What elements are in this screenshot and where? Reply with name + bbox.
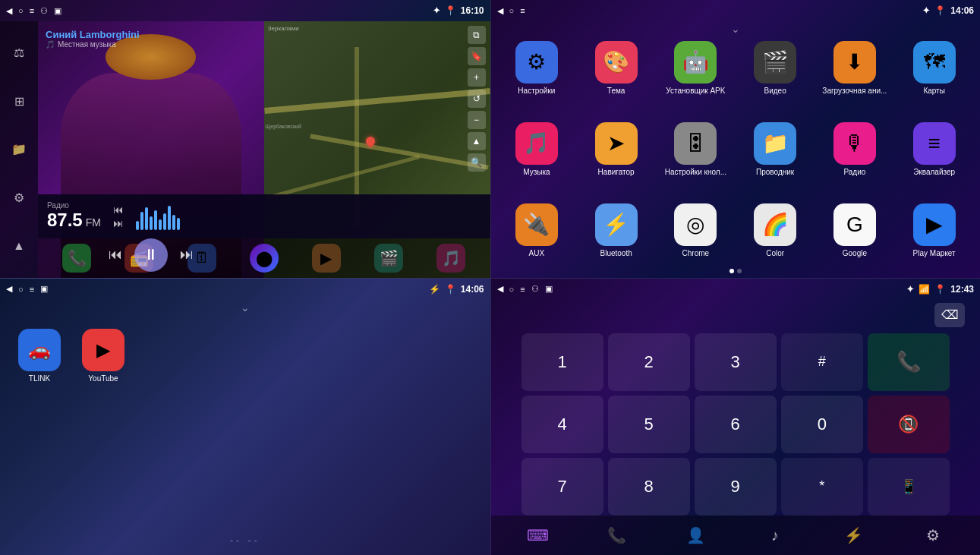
app-knob-settings[interactable]: 🎛 Настройки кнол... <box>657 110 734 188</box>
wave-bar-10 <box>177 218 180 230</box>
app-apk-icon: 🤖 <box>674 41 717 84</box>
app-google[interactable]: G Google <box>817 191 893 270</box>
dialer-bottom-nav: ⌨ 📞 👤 ♪ ⚡ ⚙ <box>491 516 981 555</box>
time-q4: 12:43 <box>950 284 974 295</box>
map-layers-button[interactable]: ⧉ <box>468 26 486 44</box>
dial-key-5[interactable]: 5 <box>608 396 690 453</box>
app-explorer[interactable]: 📁 Проводник <box>737 110 814 188</box>
dial-key-call[interactable]: 📞 <box>868 333 950 391</box>
app-maps[interactable]: 🗺 Карты <box>896 29 972 107</box>
app-music[interactable]: 🎵 Музыка <box>499 110 575 188</box>
app-navigator[interactable]: ➤ Навигатор <box>578 110 654 188</box>
dialer-nav-bluetooth[interactable]: ⚡ <box>839 520 869 550</box>
prev-track-button[interactable]: ⏮ <box>109 247 122 263</box>
gps-icon-q4: 📍 <box>934 284 946 295</box>
dial-4-label: 4 <box>557 415 566 434</box>
music-source-icon: 🎵 <box>46 40 55 49</box>
back-icon-q3[interactable]: ◀ <box>6 284 12 294</box>
map-search-button[interactable]: 🔍 <box>468 153 486 172</box>
bluetooth-icon-q2: ✦ <box>922 5 930 16</box>
map-direction-button[interactable]: ▲ <box>468 132 486 150</box>
dot-inactive[interactable] <box>737 269 742 273</box>
app-settings[interactable]: ⚙ Настройки <box>499 29 575 107</box>
dial-key-hash[interactable]: # <box>781 333 863 391</box>
app-apk-installer[interactable]: 🤖 Установщик APK <box>657 29 734 107</box>
dial-key-star[interactable]: * <box>781 458 863 516</box>
map-bookmark-button[interactable]: 🔖 <box>468 47 486 65</box>
screenshot-icon-q3: ▣ <box>40 284 48 294</box>
app-equalizer[interactable]: ≡ Эквалайзер <box>896 110 972 188</box>
dialer-nav-settings[interactable]: ⚙ <box>918 520 948 550</box>
app-bluetooth[interactable]: ⚡ Bluetooth <box>578 191 654 270</box>
app-music[interactable]: 🎵 <box>436 244 465 273</box>
dial-key-9[interactable]: 9 <box>695 458 777 516</box>
menu-icon[interactable]: ≡ <box>30 6 34 15</box>
dialer-nav-keypad[interactable]: ⌨ <box>523 520 553 550</box>
music-info-overlay: Синий Lamborghini 🎵 Местная музыка <box>46 29 257 49</box>
sidebar-nav-icon[interactable]: ▲ <box>8 235 30 257</box>
dial-key-0[interactable]: 0 <box>781 396 863 453</box>
sidebar-settings-icon[interactable]: ⊞ <box>8 90 30 112</box>
dial-key-7[interactable]: 7 <box>522 458 603 516</box>
wave-bar-5 <box>154 210 157 230</box>
home-icon[interactable]: ○ <box>18 6 24 15</box>
dot-active[interactable] <box>729 269 734 273</box>
dial-key-switch[interactable]: 📱 <box>868 458 950 516</box>
map-zoom-in-button[interactable]: + <box>468 68 486 87</box>
app-eq-icon: ≡ <box>913 122 956 165</box>
app-color[interactable]: 🌈 Color <box>737 191 814 270</box>
music-source: Местная музыка <box>58 40 116 49</box>
radio-freq: 87.5 <box>47 210 83 231</box>
app-boot-anim[interactable]: ⬇ Загрузочная ани... <box>817 29 893 107</box>
app-video[interactable]: 🎬 <box>374 244 403 273</box>
app-play[interactable]: ▶ <box>312 244 341 273</box>
app-video-icon: 🎬 <box>754 41 796 84</box>
dial-key-hangup[interactable]: 📵 <box>868 396 950 453</box>
home-icon-q2[interactable]: ○ <box>509 6 515 15</box>
menu-icon-q2[interactable]: ≡ <box>520 6 525 15</box>
app-tlink[interactable]: 🚗 TLINK <box>15 326 64 386</box>
app-knob-label: Настройки кнол... <box>665 168 726 177</box>
radio-next-button[interactable]: ⏭ <box>113 217 124 229</box>
next-track-button[interactable]: ⏭ <box>180 247 194 263</box>
app-youtube[interactable]: ▶ YouTube <box>79 326 128 386</box>
play-pause-button[interactable]: ⏸ <box>134 238 168 272</box>
wave-bar-2 <box>140 212 143 230</box>
app-aux[interactable]: 🔌 AUX <box>499 191 575 270</box>
app-color-label: Color <box>766 249 784 258</box>
back-icon-q2[interactable]: ◀ <box>497 6 503 16</box>
dial-key-1[interactable]: 1 <box>522 333 603 391</box>
map-settings-button[interactable]: ↺ <box>468 90 486 108</box>
back-icon-q4[interactable]: ◀ <box>497 284 503 294</box>
menu-icon-q3[interactable]: ≡ <box>30 285 34 294</box>
dial-key-4[interactable]: 4 <box>522 396 603 453</box>
radio-prev-button[interactable]: ⏮ <box>113 203 124 216</box>
app-bt-label: Bluetooth <box>600 249 632 258</box>
menu-icon-q4[interactable]: ≡ <box>520 285 525 294</box>
app-radio[interactable]: 🎙 Радио <box>817 110 893 188</box>
dialer-nav-music[interactable]: ♪ <box>760 520 790 550</box>
home-icon-q4[interactable]: ○ <box>509 285 515 294</box>
bluetooth-icon-q3: ⚡ <box>429 284 440 295</box>
usb-icon: ⚇ <box>40 6 48 16</box>
time-q1: 16:10 <box>461 5 484 16</box>
dialer-nav-contacts[interactable]: 👤 <box>681 520 711 550</box>
dial-key-2[interactable]: 2 <box>608 333 690 391</box>
dial-key-8[interactable]: 8 <box>608 458 690 516</box>
app-theme[interactable]: 🎨 Тема <box>578 29 654 107</box>
home-icon-q3[interactable]: ○ <box>18 285 24 294</box>
app-chrome[interactable]: ◎ Chrome <box>657 191 734 270</box>
map-zoom-out-button[interactable]: − <box>468 111 486 129</box>
time-q3: 14:06 <box>461 284 484 295</box>
sidebar-gear-icon[interactable]: ⚙ <box>8 186 30 209</box>
dial-key-3[interactable]: 3 <box>695 333 777 391</box>
sidebar-sliders-icon[interactable]: ⚖ <box>8 42 30 65</box>
dial-key-6[interactable]: 6 <box>695 396 777 453</box>
back-icon[interactable]: ◀ <box>6 6 12 16</box>
app-video[interactable]: 🎬 Видео <box>737 29 814 107</box>
backspace-button[interactable]: ⌫ <box>934 303 965 327</box>
status-right-q3: ⚡ 📍 14:06 <box>429 284 484 295</box>
app-play-market[interactable]: ▶ Play Маркет <box>896 191 972 270</box>
dialer-nav-phone[interactable]: 📞 <box>602 520 632 550</box>
sidebar-folder-icon[interactable]: 📁 <box>8 138 30 161</box>
